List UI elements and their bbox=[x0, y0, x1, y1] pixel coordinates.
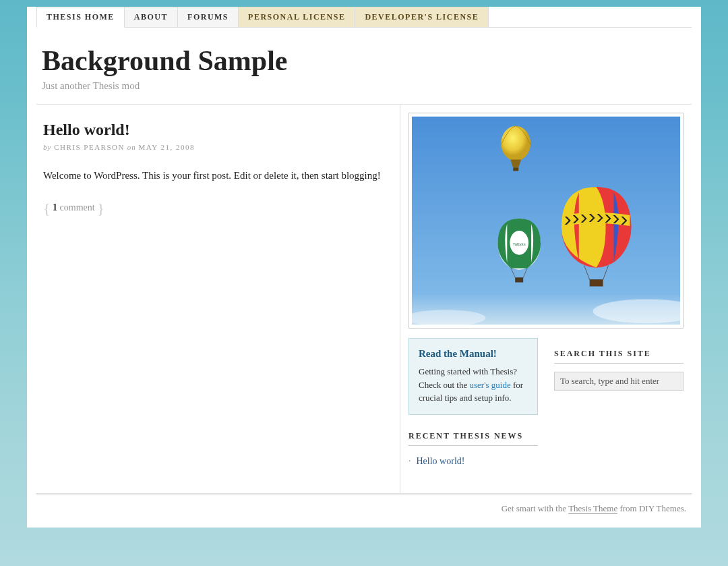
main-area: Hello world! by CHRIS PEARSON on MAY 21,… bbox=[36, 104, 692, 493]
nav-tab-thesis-home[interactable]: THESIS HOME bbox=[36, 7, 125, 28]
sidebar-col-right: SEARCH THIS SITE bbox=[554, 338, 684, 485]
comment-number: 1 bbox=[53, 202, 57, 213]
post-meta: by CHRIS PEARSON on MAY 21, 2008 bbox=[43, 143, 381, 151]
sidebar-columns: Read the Manual! Getting started with Th… bbox=[408, 338, 684, 485]
brace-left-icon: { bbox=[43, 200, 51, 217]
post-author[interactable]: CHRIS PEARSON bbox=[54, 143, 125, 151]
footer: Get smart with the Thesis Theme from DIY… bbox=[36, 493, 692, 528]
site-header: Background Sample Just another Thesis mo… bbox=[36, 28, 692, 104]
manual-title: Read the Manual! bbox=[419, 348, 528, 360]
balloons-image: Talbots bbox=[412, 116, 680, 325]
search-widget: SEARCH THIS SITE bbox=[554, 349, 684, 391]
manual-text: Getting started with Thesis? Check out t… bbox=[419, 365, 528, 405]
footer-thesis-link[interactable]: Thesis Theme bbox=[568, 503, 617, 514]
nav-tab-about[interactable]: ABOUT bbox=[124, 7, 178, 27]
comment-count-link[interactable]: { 1 comment } bbox=[43, 200, 381, 217]
news-link-hello-world[interactable]: Hello world! bbox=[417, 456, 465, 466]
news-widget: RECENT THESIS NEWS Hello world! bbox=[408, 431, 538, 469]
svg-rect-10 bbox=[590, 280, 603, 287]
post-meta-on: on bbox=[127, 143, 136, 151]
svg-rect-0 bbox=[412, 117, 680, 324]
sidebar: Talbots bbox=[400, 105, 692, 493]
page-container: THESIS HOME ABOUT FORUMS PERSONAL LICENS… bbox=[27, 7, 701, 528]
nav-tab-forums[interactable]: FORUMS bbox=[177, 7, 239, 27]
top-nav: THESIS HOME ABOUT FORUMS PERSONAL LICENS… bbox=[36, 7, 692, 28]
svg-text:Talbots: Talbots bbox=[513, 242, 526, 246]
search-input[interactable] bbox=[554, 372, 684, 391]
post-title[interactable]: Hello world! bbox=[43, 121, 381, 139]
post-body: Welcome to WordPress. This is your first… bbox=[43, 167, 381, 183]
post-date: MAY 21, 2008 bbox=[138, 143, 195, 151]
site-title[interactable]: Background Sample bbox=[42, 45, 692, 76]
nav-tab-developers-license[interactable]: DEVELOPER'S LICENSE bbox=[355, 7, 489, 27]
sidebar-col-left: Read the Manual! Getting started with Th… bbox=[408, 338, 538, 485]
sidebar-feature-image: Talbots bbox=[408, 113, 684, 329]
footer-text-after: from DIY Themes. bbox=[617, 503, 686, 513]
content-column: Hello world! by CHRIS PEARSON on MAY 21,… bbox=[36, 105, 400, 493]
post-meta-by: by bbox=[43, 143, 51, 151]
nav-tab-personal-license[interactable]: PERSONAL LICENSE bbox=[238, 7, 355, 27]
footer-text-before: Get smart with the bbox=[502, 503, 568, 513]
users-guide-link[interactable]: user's guide bbox=[469, 380, 510, 390]
news-widget-title: RECENT THESIS NEWS bbox=[408, 431, 538, 446]
comment-label: comment bbox=[60, 202, 95, 213]
svg-rect-4 bbox=[513, 168, 518, 171]
svg-point-3 bbox=[501, 126, 530, 161]
manual-widget: Read the Manual! Getting started with Th… bbox=[408, 338, 538, 415]
site-tagline: Just another Thesis mod bbox=[42, 80, 692, 92]
svg-rect-8 bbox=[515, 278, 523, 283]
news-list: Hello world! bbox=[408, 454, 538, 469]
manual-box: Read the Manual! Getting started with Th… bbox=[408, 338, 538, 415]
news-item: Hello world! bbox=[408, 454, 538, 469]
brace-right-icon: } bbox=[97, 200, 104, 217]
search-widget-title: SEARCH THIS SITE bbox=[554, 349, 684, 364]
